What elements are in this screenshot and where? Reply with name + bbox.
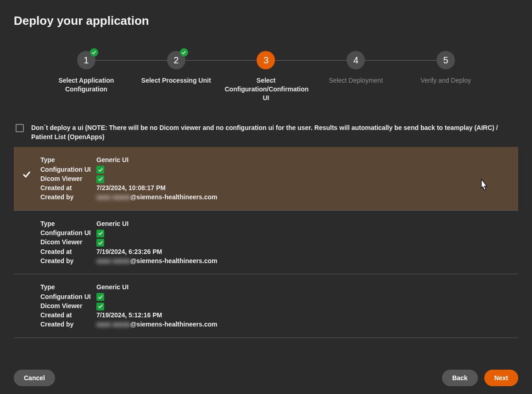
check-icon <box>96 230 104 237</box>
field-value: xxxx xxxxx@siemens-healthineers.com <box>96 192 217 202</box>
row-config-ui: Configuration UI <box>40 292 507 301</box>
step-label: Select Application Configuration <box>45 76 128 94</box>
selection-indicator <box>22 155 40 180</box>
back-button[interactable]: Back <box>442 370 477 386</box>
ui-option-list: TypeGeneric UIConfiguration UIDicom View… <box>14 147 518 338</box>
field-label: Type <box>40 219 96 228</box>
ui-option-card[interactable]: TypeGeneric UIConfiguration UIDicom View… <box>14 211 518 274</box>
field-value <box>96 292 104 301</box>
field-value <box>96 165 104 174</box>
step-label: Select Configuration/Confirmation UI <box>224 76 307 102</box>
field-value: 7/19/2024, 5:12:16 PM <box>96 310 162 320</box>
selection-indicator <box>22 282 40 297</box>
row-dicom: Dicom Viewer <box>40 237 507 247</box>
check-icon <box>96 303 104 310</box>
email-domain: @siemens-healthineers.com <box>130 257 218 265</box>
page-title: Deploy your application <box>14 14 518 28</box>
ui-option-card[interactable]: TypeGeneric UIConfiguration UIDicom View… <box>14 147 518 210</box>
redacted-name: xxxx xxxxx <box>96 192 130 202</box>
step-circle: 3 <box>257 51 275 69</box>
field-value <box>96 237 104 247</box>
row-created-by: Created byxxxx xxxxx@siemens-healthineer… <box>40 320 507 329</box>
field-label: Created by <box>40 256 96 265</box>
step-circle: 5 <box>437 51 455 69</box>
step-label: Select Processing Unit <box>141 76 211 85</box>
dont-deploy-ui-label: Don´t deploy a ui (NOTE: There will be n… <box>31 123 516 142</box>
row-created-at: Created at7/19/2024, 6:23:26 PM <box>40 247 507 256</box>
field-label: Configuration UI <box>40 165 96 174</box>
check-icon <box>96 175 104 183</box>
row-type: TypeGeneric UI <box>40 282 507 292</box>
field-label: Dicom Viewer <box>40 237 96 247</box>
step-1[interactable]: 1Select Application Configuration <box>41 51 131 94</box>
redacted-name: xxxx xxxxx <box>96 256 130 265</box>
card-info: TypeGeneric UIConfiguration UIDicom View… <box>40 219 507 265</box>
row-created-by: Created byxxxx xxxxx@siemens-healthineer… <box>40 192 507 202</box>
redacted-name: xxxx xxxxx <box>96 320 130 329</box>
check-icon <box>96 239 104 247</box>
field-label: Created by <box>40 320 96 329</box>
field-label: Created at <box>40 247 96 256</box>
field-value <box>96 301 104 310</box>
row-created-by: Created byxxxx xxxxx@siemens-healthineer… <box>40 256 507 265</box>
field-value: Generic UI <box>96 155 129 164</box>
check-icon <box>96 166 104 174</box>
step-5[interactable]: 5Verify and Deploy <box>401 51 491 85</box>
email-domain: @siemens-healthineers.com <box>130 193 218 201</box>
dont-deploy-ui-row[interactable]: Don´t deploy a ui (NOTE: There will be n… <box>14 123 518 147</box>
row-config-ui: Configuration UI <box>40 228 507 237</box>
selection-indicator <box>22 219 40 234</box>
field-label: Created by <box>40 192 96 202</box>
step-3[interactable]: 3Select Configuration/Confirmation UI <box>221 51 311 102</box>
row-created-at: Created at7/23/2024, 10:08:17 PM <box>40 183 507 192</box>
field-label: Dicom Viewer <box>40 174 96 183</box>
step-circle: 2 <box>167 51 185 69</box>
step-circle: 4 <box>347 51 365 69</box>
field-value: xxxx xxxxx@siemens-healthineers.com <box>96 320 217 329</box>
field-label: Created at <box>40 183 96 192</box>
row-type: TypeGeneric UI <box>40 155 507 164</box>
stepper: 1Select Application Configuration2Select… <box>14 51 518 102</box>
check-icon <box>180 48 188 56</box>
field-label: Created at <box>40 310 96 320</box>
step-4[interactable]: 4Select Deployment <box>311 51 401 85</box>
field-value: Generic UI <box>96 219 129 228</box>
check-icon <box>96 293 104 301</box>
field-value: 7/23/2024, 10:08:17 PM <box>96 183 166 192</box>
step-circle: 1 <box>77 51 95 69</box>
row-type: TypeGeneric UI <box>40 219 507 228</box>
email-domain: @siemens-healthineers.com <box>130 321 218 328</box>
step-label: Select Deployment <box>329 76 383 85</box>
row-config-ui: Configuration UI <box>40 165 507 174</box>
field-label: Type <box>40 155 96 164</box>
check-icon <box>90 48 98 56</box>
field-value <box>96 228 104 237</box>
next-button[interactable]: Next <box>484 370 518 386</box>
field-value <box>96 174 104 183</box>
ui-option-card[interactable]: TypeGeneric UIConfiguration UIDicom View… <box>14 274 518 338</box>
row-created-at: Created at7/19/2024, 5:12:16 PM <box>40 310 507 320</box>
field-value: Generic UI <box>96 282 129 292</box>
field-value: xxxx xxxxx@siemens-healthineers.com <box>96 256 217 265</box>
field-label: Dicom Viewer <box>40 301 96 310</box>
footer: Cancel Back Next <box>0 362 532 394</box>
cancel-button[interactable]: Cancel <box>14 370 55 386</box>
card-info: TypeGeneric UIConfiguration UIDicom View… <box>40 155 507 202</box>
row-dicom: Dicom Viewer <box>40 301 507 310</box>
field-label: Type <box>40 282 96 292</box>
step-2[interactable]: 2Select Processing Unit <box>131 51 221 85</box>
step-label: Verify and Deploy <box>420 76 471 85</box>
field-value: 7/19/2024, 6:23:26 PM <box>96 247 162 256</box>
row-dicom: Dicom Viewer <box>40 174 507 183</box>
card-info: TypeGeneric UIConfiguration UIDicom View… <box>40 282 507 329</box>
field-label: Configuration UI <box>40 228 96 237</box>
dont-deploy-ui-checkbox[interactable] <box>16 124 24 132</box>
field-label: Configuration UI <box>40 292 96 301</box>
